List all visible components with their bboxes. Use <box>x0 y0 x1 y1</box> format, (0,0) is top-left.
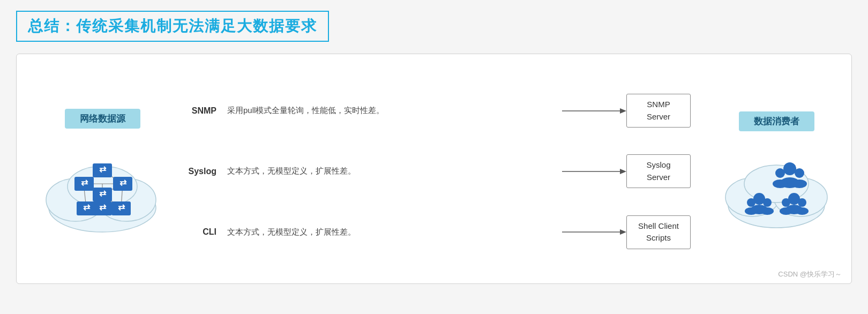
svg-point-57 <box>780 207 792 215</box>
page-title: 总结：传统采集机制无法满足大数据要求 <box>28 18 317 34</box>
protocol-label-cli: CLI <box>188 227 223 237</box>
svg-text:⇄: ⇄ <box>83 203 91 212</box>
arrow-cli <box>562 227 626 237</box>
protocol-label-snmp: SNMP <box>188 106 223 116</box>
svg-text:⇄: ⇄ <box>119 178 127 187</box>
arrow-syslog <box>562 166 626 177</box>
svg-point-52 <box>763 198 772 207</box>
svg-text:⇄: ⇄ <box>118 203 125 212</box>
svg-point-45 <box>773 180 788 188</box>
svg-point-44 <box>775 168 785 178</box>
svg-point-50 <box>747 198 755 207</box>
middle-section: SNMP 采用pull模式全量轮询，性能低，实时性差。 SNMP Server … <box>172 80 701 263</box>
svg-point-53 <box>761 207 774 215</box>
watermark: CSDN @快乐学习～ <box>778 270 842 279</box>
svg-point-56 <box>782 198 790 207</box>
left-section: 网络数据源 ⇄ <box>33 109 172 235</box>
svg-text:⇄: ⇄ <box>99 189 107 198</box>
protocol-label-syslog: Syslog <box>188 167 223 176</box>
target-box-cli: Shell Client Scripts <box>626 215 691 249</box>
svg-marker-33 <box>620 108 626 114</box>
protocol-row-cli: CLI 文本方式，无模型定义，扩展性差。 Shell Client Script… <box>188 205 691 259</box>
svg-marker-35 <box>620 169 626 174</box>
protocol-desc-syslog: 文本方式，无模型定义，扩展性差。 <box>223 166 562 176</box>
svg-text:⇄: ⇄ <box>81 178 88 187</box>
protocol-row-syslog: Syslog 文本方式，无模型定义，扩展性差。 Syslog Server <box>188 145 691 198</box>
svg-text:⇄: ⇄ <box>99 165 107 174</box>
protocol-row-snmp: SNMP 采用pull模式全量轮询，性能低，实时性差。 SNMP Server <box>188 84 691 138</box>
protocol-desc-cli: 文本方式，无模型定义，扩展性差。 <box>223 227 562 237</box>
arrow-snmp <box>562 106 626 116</box>
diagram-container: 网络数据源 ⇄ <box>16 54 852 284</box>
svg-point-59 <box>796 207 809 215</box>
svg-text:⇄: ⇄ <box>99 203 107 212</box>
left-label-box: 网络数据源 <box>65 109 140 129</box>
svg-point-42 <box>783 162 796 175</box>
svg-point-47 <box>792 180 807 188</box>
svg-point-58 <box>798 198 806 207</box>
consumer-cloud-svg <box>723 141 830 232</box>
target-box-syslog: Syslog Server <box>626 154 691 188</box>
svg-point-51 <box>745 207 758 215</box>
svg-point-46 <box>795 168 804 178</box>
target-box-snmp: SNMP Server <box>626 94 691 128</box>
protocol-desc-snmp: 采用pull模式全量轮询，性能低，实时性差。 <box>223 106 562 116</box>
title-box: 总结：传统采集机制无法满足大数据要求 <box>16 11 329 42</box>
svg-marker-37 <box>620 229 626 235</box>
right-section: 数据消费者 <box>717 111 835 232</box>
right-label-box: 数据消费者 <box>739 111 814 131</box>
network-cloud-svg: ⇄ ⇄ ⇄ ⇄ ⇄ ⇄ ⇄ <box>43 138 161 235</box>
